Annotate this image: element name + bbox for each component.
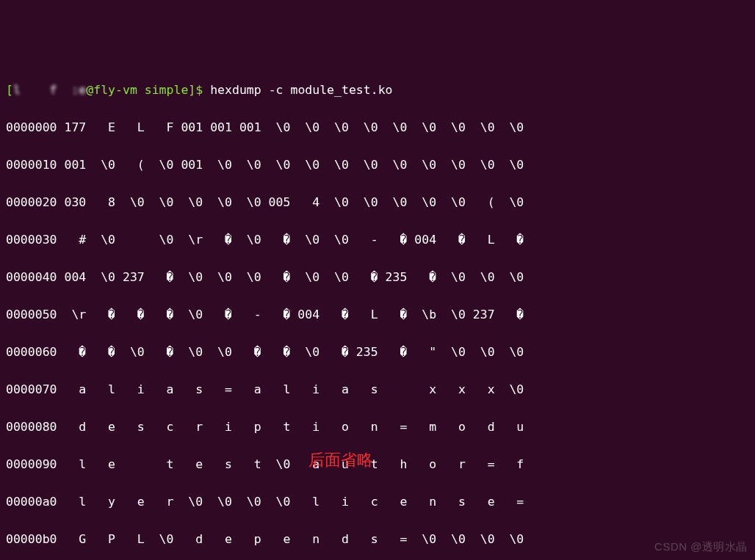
- hexdump-row: 0000090 l e t e s t \0 a u t h o r = f: [6, 455, 749, 474]
- hexdump-row: 0000040 004 \0 237 � \0 \0 \0 � \0 \0 � …: [6, 268, 749, 287]
- hexdump-row: 00000a0 l y e r \0 \0 \0 \0 l i c e n s …: [6, 492, 749, 512]
- prompt-line[interactable]: [l f :e@fly-vm simple]$ hexdump -c modul…: [6, 81, 749, 100]
- hexdump-row: 0000010 001 \0 ( \0 001 \0 \0 \0 \0 \0 \…: [6, 156, 749, 175]
- hexdump-row: 0000000 177 E L F 001 001 001 \0 \0 \0 \…: [6, 118, 749, 137]
- command-text: hexdump -c module_test.ko: [210, 83, 392, 97]
- hexdump-row: 0000080 d e s c r i p t i o n = m o d u: [6, 418, 749, 437]
- hexdump-row: 0000020 030 8 \0 \0 \0 \0 \0 005 4 \0 \0…: [6, 193, 749, 212]
- hexdump-row: 0000070 a l i a s = a l i a s x x x \0: [6, 380, 749, 399]
- prompt-user-blur: l f :e: [13, 83, 86, 97]
- prompt-user: @fly-vm simple: [86, 83, 188, 97]
- hexdump-row: 0000060 � � \0 � \0 \0 � � \0 � 235 � " …: [6, 343, 749, 362]
- prompt-open: [: [6, 83, 13, 97]
- hexdump-row: 0000050 \r � � � \0 � - � 004 � L � \b \…: [6, 305, 749, 324]
- hexdump-row: 00000b0 G P L \0 d e p e n d s = \0 \0 \…: [6, 530, 749, 549]
- hexdump-row: 0000030 # \0 \0 \r � \0 � \0 \0 - � 004 …: [6, 230, 749, 250]
- prompt-close: ]$: [188, 83, 210, 97]
